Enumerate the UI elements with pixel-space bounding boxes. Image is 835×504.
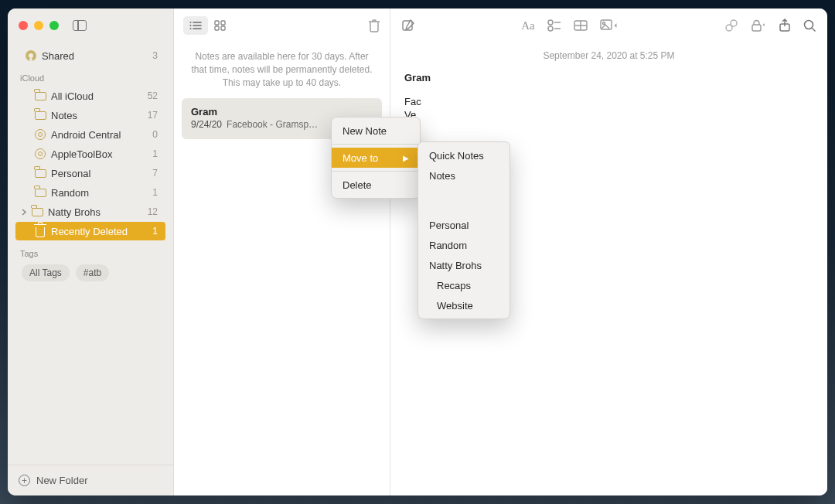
close-window-button[interactable] — [19, 21, 28, 30]
delete-note-button[interactable] — [368, 19, 380, 32]
sidebar-item-all-icloud[interactable]: All iCloud 52 — [15, 87, 165, 105]
submenu-item-personal[interactable]: Personal — [418, 215, 510, 235]
tag-atb[interactable]: #atb — [76, 264, 109, 281]
compose-button[interactable] — [401, 19, 415, 32]
submenu-item-recaps[interactable]: Recaps — [418, 275, 510, 295]
trash-icon — [32, 226, 48, 237]
chevron-right-icon[interactable] — [20, 209, 28, 216]
share-icon — [779, 19, 791, 32]
sidebar-item-notes[interactable]: Notes 17 — [15, 106, 165, 124]
search-icon — [803, 19, 816, 32]
submenu-item-notes[interactable]: Notes — [418, 165, 510, 186]
link-icon — [724, 19, 738, 32]
sidebar-item-count: 7 — [152, 168, 158, 179]
sidebar-item-count: 3 — [152, 50, 158, 61]
sidebar-item-label: Android Central — [51, 129, 152, 141]
sidebar-item-label: Random — [51, 187, 152, 199]
menu-item-label: Notes — [429, 170, 455, 182]
notes-list-toolbar — [174, 9, 390, 43]
svg-point-20 — [602, 22, 605, 25]
sidebar-item-label: AppleToolBox — [51, 148, 152, 160]
submenu-item-random[interactable]: Random — [418, 235, 510, 255]
sidebar-item-count: 1 — [152, 187, 158, 198]
smart-folder-icon — [32, 148, 48, 159]
menu-item-label: Move to — [343, 152, 378, 164]
window-titlebar — [8, 9, 173, 43]
folder-icon — [32, 169, 48, 178]
folder-icon — [29, 208, 45, 216]
sidebar-item-label: Shared — [42, 50, 152, 62]
sidebar-item-personal[interactable]: Personal 7 — [15, 164, 165, 182]
svg-rect-6 — [215, 21, 219, 25]
media-icon — [600, 19, 619, 32]
sidebar-item-android-central[interactable]: Android Central 0 — [15, 125, 165, 144]
sidebar-item-count: 17 — [148, 110, 158, 121]
table-icon — [574, 20, 588, 31]
submenu-item-natty-brohs[interactable]: Natty Brohs — [418, 255, 510, 275]
checklist-icon — [547, 19, 561, 32]
svg-rect-8 — [215, 26, 219, 30]
fullscreen-window-button[interactable] — [49, 21, 59, 30]
table-button[interactable] — [574, 19, 588, 32]
svg-rect-23 — [752, 25, 761, 31]
sidebar-section-header: iCloud — [12, 66, 169, 86]
context-submenu-move-to: Quick Notes Notes Personal Random Natty … — [418, 141, 510, 319]
sidebar-item-random[interactable]: Random 1 — [15, 183, 165, 202]
sidebar-item-label: Personal — [51, 168, 152, 179]
editor-toolbar: Aa — [390, 9, 827, 43]
submenu-item-website[interactable]: Website — [418, 295, 510, 315]
menu-item-label: Natty Brohs — [429, 260, 482, 271]
view-mode-segment — [183, 16, 233, 35]
plus-circle-icon: + — [19, 475, 30, 486]
new-folder-button[interactable]: New Folder — [36, 475, 87, 486]
sidebar: Shared 3 iCloud All iCloud 52 Notes 17 A… — [8, 9, 174, 495]
note-preview: Facebook - Gramsp… — [227, 119, 318, 130]
search-button[interactable] — [803, 19, 816, 32]
submenu-item-quick-notes[interactable]: Quick Notes — [418, 145, 510, 165]
chevron-right-icon: ▶ — [384, 154, 409, 162]
window-controls — [19, 21, 59, 30]
smart-folder-icon — [32, 129, 48, 140]
svg-point-12 — [548, 20, 553, 25]
minimize-window-button[interactable] — [34, 21, 43, 30]
app-window: Shared 3 iCloud All iCloud 52 Notes 17 A… — [8, 9, 827, 495]
sidebar-item-shared[interactable]: Shared 3 — [15, 46, 165, 65]
lock-icon — [751, 19, 766, 32]
share-button[interactable] — [779, 19, 791, 32]
svg-point-3 — [190, 22, 192, 23]
menu-item-label: New Note — [343, 125, 387, 137]
menu-item-label: Quick Notes — [429, 150, 484, 162]
menu-item-label: Recaps — [437, 280, 471, 291]
menu-separator — [332, 171, 420, 172]
menu-item-label: Personal — [429, 220, 469, 231]
checklist-button[interactable] — [547, 19, 561, 32]
sidebar-tags-header: Tags — [12, 241, 169, 261]
sidebar-toggle-icon[interactable] — [73, 20, 87, 31]
menu-item-new-note[interactable]: New Note — [332, 121, 420, 141]
context-menu: New Note Move to ▶ Delete — [331, 117, 421, 199]
svg-point-14 — [548, 26, 553, 31]
menu-item-delete[interactable]: Delete — [332, 175, 420, 195]
notes-list-column: Notes are available here for 30 days. Af… — [174, 9, 390, 495]
sidebar-item-recently-deleted[interactable]: Recently Deleted 1 — [15, 222, 165, 240]
svg-rect-7 — [221, 21, 225, 25]
note-timestamp: September 24, 2020 at 5:25 PM — [404, 50, 813, 61]
menu-item-move-to[interactable]: Move to ▶ — [332, 148, 420, 168]
media-button[interactable] — [600, 19, 619, 32]
sidebar-item-count: 12 — [148, 206, 158, 217]
note-body-title: Gram — [404, 72, 813, 83]
sidebar-item-count: 1 — [152, 148, 158, 159]
note-body-line: Fac — [404, 96, 813, 107]
menu-item-label: Website — [437, 300, 473, 312]
sidebar-item-appletoolbox[interactable]: AppleToolBox 1 — [15, 145, 165, 163]
sidebar-item-natty-brohs[interactable]: Natty Brohs 12 — [15, 203, 165, 221]
sidebar-item-label: Recently Deleted — [51, 226, 152, 237]
list-view-button[interactable] — [183, 16, 208, 35]
lock-button[interactable] — [751, 19, 766, 32]
note-date: 9/24/20 — [191, 119, 222, 130]
sidebar-item-label: All iCloud — [51, 90, 148, 102]
link-button[interactable] — [724, 19, 738, 32]
grid-view-button[interactable] — [208, 16, 233, 35]
tag-all-tags[interactable]: All Tags — [22, 264, 70, 281]
format-button[interactable]: Aa — [521, 19, 535, 32]
